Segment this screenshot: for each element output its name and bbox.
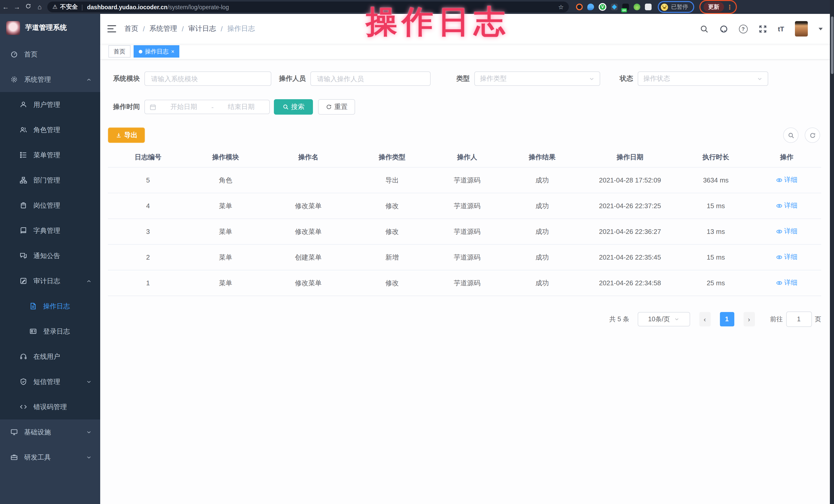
update-button[interactable]: 更新 bbox=[703, 2, 724, 12]
reload-icon[interactable] bbox=[23, 3, 34, 11]
extension-switch-icon[interactable]: on bbox=[622, 4, 629, 10]
goto-page-input[interactable] bbox=[786, 311, 812, 327]
chevron-down-icon bbox=[86, 429, 92, 435]
extensions-puzzle-icon[interactable] bbox=[645, 4, 652, 10]
table-header-row: 日志编号 操作模块 操作名 操作类型 操作人 操作结果 操作日期 执行时长 操作 bbox=[108, 148, 821, 167]
browser-menu-icon[interactable]: ⋮ bbox=[727, 3, 733, 10]
sidebar-item-dept-mgmt[interactable]: 部门管理 bbox=[0, 168, 100, 193]
sidebar-item-menu-mgmt[interactable]: 菜单管理 bbox=[0, 143, 100, 168]
sidebar-item-home[interactable]: 首页 bbox=[0, 42, 100, 67]
profile-paused-badge[interactable]: 已暂停 bbox=[658, 1, 694, 13]
detail-link[interactable]: 详细 bbox=[776, 201, 797, 211]
monitor-icon bbox=[10, 428, 18, 436]
table-row: 2菜单创建菜单新增芋道源码成功2021-04-26 22:35:4515 ms … bbox=[108, 244, 821, 270]
time-label: 操作时间 bbox=[108, 102, 140, 112]
app-logo[interactable]: 芋道管理系统 bbox=[0, 14, 100, 42]
type-label: 类型 bbox=[452, 74, 470, 83]
tag-operate-log[interactable]: 操作日志 × bbox=[134, 45, 180, 58]
search-button[interactable]: 搜索 bbox=[274, 99, 313, 115]
sidebar-item-error-code[interactable]: 错误码管理 bbox=[0, 394, 100, 419]
prev-page-button[interactable]: ‹ bbox=[699, 312, 710, 326]
col-module: 操作模块 bbox=[188, 148, 263, 167]
app-title: 芋道管理系统 bbox=[25, 23, 67, 32]
shield-icon bbox=[20, 378, 27, 386]
operator-input-wrap bbox=[310, 71, 431, 86]
operator-input[interactable] bbox=[316, 74, 425, 83]
close-tag-icon[interactable]: × bbox=[171, 48, 174, 54]
scrollbar-thumb[interactable] bbox=[831, 17, 833, 74]
sidebar-item-post-mgmt[interactable]: 岗位管理 bbox=[0, 193, 100, 218]
forward-icon[interactable]: → bbox=[11, 3, 23, 11]
window-scrollbar[interactable] bbox=[830, 0, 834, 504]
eye-icon bbox=[776, 228, 783, 235]
type-select[interactable]: 操作类型 bbox=[474, 71, 600, 86]
sidebar-item-operate-log[interactable]: 操作日志 bbox=[0, 293, 100, 319]
reset-button[interactable]: 重置 bbox=[318, 99, 355, 115]
extension-leaf-icon[interactable] bbox=[634, 4, 640, 10]
sidebar-item-online-users[interactable]: 在线用户 bbox=[0, 344, 100, 369]
sidebar-item-user-mgmt[interactable]: 用户管理 bbox=[0, 92, 100, 117]
page-1-button[interactable]: 1 bbox=[720, 312, 734, 326]
github-icon[interactable] bbox=[719, 24, 728, 33]
page-size-select[interactable]: 10条/页 bbox=[637, 312, 690, 326]
extension-vpn-icon[interactable]: V bbox=[599, 3, 606, 11]
breadcrumb-current: 操作日志 bbox=[227, 24, 255, 34]
next-page-button[interactable]: › bbox=[743, 312, 754, 326]
emoji-avatar-icon bbox=[661, 3, 668, 10]
col-operator: 操作人 bbox=[431, 148, 504, 167]
user-avatar[interactable] bbox=[795, 21, 808, 37]
refresh-icon bbox=[326, 104, 332, 110]
extension-gem-icon[interactable] bbox=[611, 4, 618, 10]
breadcrumb-audit[interactable]: 审计日志 bbox=[188, 24, 216, 34]
filter-row-1: 系统模块 操作人员 类型 操作类型 状态 操作状态 bbox=[108, 71, 822, 86]
sidebar-item-sms-mgmt[interactable]: 短信管理 bbox=[0, 369, 100, 394]
refresh-table-button[interactable] bbox=[805, 128, 820, 143]
sidebar-item-dict-mgmt[interactable]: 字典管理 bbox=[0, 218, 100, 243]
chevron-down-icon bbox=[86, 378, 92, 385]
briefcase-icon bbox=[10, 453, 18, 461]
detail-link[interactable]: 详细 bbox=[776, 227, 797, 236]
sidebar-item-system-mgmt[interactable]: 系统管理 bbox=[0, 67, 100, 92]
table-toolbar: 导出 bbox=[108, 128, 822, 143]
hide-search-button[interactable] bbox=[783, 128, 798, 143]
sidebar-item-dev-tools[interactable]: 研发工具 bbox=[0, 445, 100, 470]
menu-list-icon bbox=[20, 151, 27, 159]
sidebar-item-role-mgmt[interactable]: 角色管理 bbox=[0, 117, 100, 143]
avatar-caret-icon[interactable] bbox=[818, 27, 823, 30]
sidebar-item-audit-log[interactable]: 审计日志 bbox=[0, 268, 100, 293]
filter-row-2: 操作时间 开始日期 - 结束日期 搜索 重置 bbox=[108, 100, 822, 114]
fullscreen-icon[interactable] bbox=[758, 24, 767, 33]
sidebar-item-notice[interactable]: 通知公告 bbox=[0, 243, 100, 268]
breadcrumb-system[interactable]: 系统管理 bbox=[150, 24, 177, 34]
warning-icon: ⚠ bbox=[52, 4, 58, 10]
col-result: 操作结果 bbox=[504, 148, 581, 167]
pagination: 共 5 条 10条/页 ‹ 1 › 前往 页 bbox=[108, 311, 821, 327]
sidebar-item-login-log[interactable]: 登录日志 bbox=[0, 319, 100, 344]
back-icon[interactable]: ← bbox=[0, 3, 11, 11]
status-select[interactable]: 操作状态 bbox=[638, 71, 768, 86]
detail-link[interactable]: 详细 bbox=[776, 253, 797, 262]
sidebar-item-infrastructure[interactable]: 基础设施 bbox=[0, 419, 100, 445]
bookmark-star-icon[interactable]: ☆ bbox=[558, 3, 564, 10]
export-button[interactable]: 导出 bbox=[108, 128, 145, 143]
url-separator: | bbox=[82, 4, 83, 10]
header-actions: ? tT bbox=[700, 21, 823, 37]
module-input[interactable] bbox=[150, 74, 266, 83]
extension-orange-icon[interactable] bbox=[576, 4, 583, 10]
search-icon[interactable] bbox=[700, 24, 708, 33]
detail-link[interactable]: 详细 bbox=[776, 176, 797, 185]
select-caret-icon bbox=[589, 76, 595, 82]
detail-link[interactable]: 详细 bbox=[776, 278, 797, 288]
url-path: /system/log/operate-log bbox=[168, 4, 229, 10]
font-size-icon[interactable]: tT bbox=[778, 25, 784, 32]
tag-home[interactable]: 首页 bbox=[108, 45, 131, 58]
breadcrumb-home[interactable]: 首页 bbox=[124, 24, 138, 34]
home-icon[interactable]: ⌂ bbox=[34, 3, 45, 11]
extension-icons: V on bbox=[576, 3, 652, 11]
date-range-picker[interactable]: 开始日期 - 结束日期 bbox=[145, 100, 270, 114]
sidebar-collapse-icon[interactable] bbox=[107, 25, 116, 32]
eye-icon bbox=[776, 280, 783, 286]
users-icon bbox=[20, 126, 27, 134]
help-icon[interactable]: ? bbox=[739, 24, 747, 33]
extension-pin-icon[interactable] bbox=[587, 4, 594, 10]
